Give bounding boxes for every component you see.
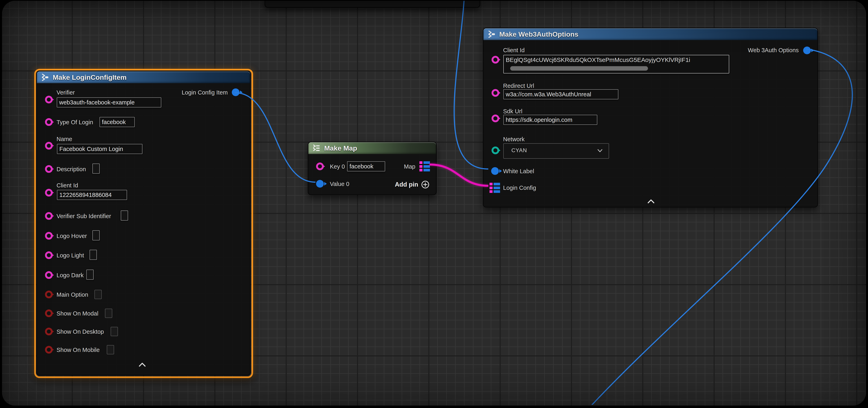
- pin-show-on-desktop[interactable]: [45, 328, 53, 335]
- output-label-web3auth-options: Web 3Auth Options: [748, 47, 799, 54]
- pin-redirect-url[interactable]: [492, 89, 499, 97]
- pin-show-on-modal[interactable]: [45, 309, 53, 317]
- label-show-on-mobile: Show On Mobile: [57, 347, 100, 353]
- label-name: Name: [57, 136, 72, 142]
- node-header[interactable]: Make LoginConfigItem: [37, 71, 250, 83]
- label-show-on-desktop: Show On Desktop: [57, 329, 104, 335]
- graph-canvas[interactable]: Make LoginConfigItem Login Config Item V…: [2, 1, 866, 406]
- label-client-id: Client Id: [503, 47, 525, 54]
- description-input[interactable]: [92, 164, 100, 174]
- pin-name[interactable]: [45, 142, 53, 149]
- label-client-id: Client Id: [57, 182, 78, 189]
- pin-map-out[interactable]: [420, 161, 430, 171]
- node-make-web3authoptions[interactable]: Make Web3AuthOptions Web 3Auth Options C…: [483, 28, 818, 207]
- network-selected-value: CYAN: [512, 147, 527, 154]
- pin-white-label[interactable]: [491, 167, 499, 175]
- sdk-url-input[interactable]: [503, 115, 597, 125]
- node-title: Make Web3AuthOptions: [499, 30, 578, 38]
- node-header[interactable]: Make Web3AuthOptions: [484, 28, 817, 40]
- add-pin-label: Add pin: [395, 181, 418, 188]
- pin-key-0[interactable]: [316, 163, 324, 170]
- add-pin-plus-icon: [421, 180, 430, 189]
- type-of-login-input[interactable]: [99, 117, 135, 127]
- pin-verifier-sub-identifier[interactable]: [45, 212, 53, 220]
- collapse-caret[interactable]: [647, 199, 655, 204]
- logo-light-input[interactable]: [90, 250, 97, 260]
- offscreen-node-top[interactable]: [265, 1, 480, 8]
- make-struct-icon: [487, 30, 496, 39]
- label-show-on-modal: Show On Modal: [57, 310, 98, 317]
- blueprint-editor-frame: Make LoginConfigItem Login Config Item V…: [0, 0, 868, 408]
- pin-description[interactable]: [45, 165, 53, 173]
- make-struct-icon: [40, 73, 50, 82]
- label-sdk-url: Sdk Url: [503, 108, 522, 115]
- logo-hover-input[interactable]: [92, 230, 100, 240]
- pin-network[interactable]: [492, 146, 499, 154]
- pin-client-id[interactable]: [492, 56, 499, 64]
- wire-map-to-loginconfig: [430, 165, 488, 186]
- label-key-0: Key 0: [330, 163, 345, 170]
- name-input[interactable]: [57, 144, 143, 154]
- pin-logo-hover[interactable]: [45, 232, 53, 240]
- label-value-0: Value 0: [330, 181, 349, 188]
- label-verifier-sub-identifier: Verifier Sub Identifier: [57, 213, 111, 219]
- client-id-text[interactable]: BEglQSgt4cUWcj6SKRdu5QkOXTsePmMcusG5EAoy…: [506, 57, 727, 65]
- label-logo-light: Logo Light: [57, 252, 84, 259]
- pin-verifier[interactable]: [45, 96, 53, 103]
- network-dropdown[interactable]: CYAN: [503, 143, 609, 159]
- make-map-icon: [312, 144, 321, 152]
- pin-login-config-item-out[interactable]: [232, 89, 240, 96]
- label-description: Description: [57, 166, 86, 173]
- client-id-scrollbar[interactable]: [510, 66, 648, 71]
- logo-dark-input[interactable]: [86, 270, 94, 280]
- pin-sdk-url[interactable]: [492, 114, 499, 122]
- add-pin-button[interactable]: Add pin: [395, 180, 430, 189]
- pin-login-config[interactable]: [490, 183, 500, 193]
- pin-web3auth-options-out[interactable]: [803, 46, 811, 54]
- collapse-caret[interactable]: [138, 362, 146, 367]
- pin-show-on-mobile[interactable]: [45, 346, 53, 353]
- pin-logo-dark[interactable]: [45, 271, 53, 279]
- node-make-loginconfigitem-selection: Make LoginConfigItem Login Config Item V…: [34, 69, 253, 378]
- pin-value-0[interactable]: [316, 180, 324, 188]
- node-make-map[interactable]: Make Map Key 0 Map Value 0 Add pin: [308, 142, 437, 195]
- label-type-of-login: Type Of Login: [57, 119, 93, 126]
- label-network: Network: [503, 136, 525, 143]
- pin-type-of-login[interactable]: [45, 118, 53, 126]
- label-main-option: Main Option: [57, 292, 88, 298]
- label-verifier: Verifier: [57, 89, 75, 96]
- output-label-map: Map: [404, 163, 415, 170]
- label-white-label: White Label: [503, 168, 534, 175]
- node-make-loginconfigitem[interactable]: Make LoginConfigItem Login Config Item V…: [36, 71, 251, 376]
- show-on-modal-checkbox[interactable]: [105, 309, 112, 318]
- node-title: Make LoginConfigItem: [53, 73, 127, 81]
- show-on-mobile-checkbox[interactable]: [107, 345, 114, 354]
- node-title: Make Map: [324, 144, 357, 152]
- verifier-input[interactable]: [57, 97, 161, 107]
- node-header[interactable]: Make Map: [308, 142, 436, 154]
- redirect-url-input[interactable]: [503, 89, 618, 99]
- label-login-config: Login Config: [503, 184, 536, 191]
- output-label-login-config-item: Login Config Item: [182, 89, 228, 96]
- chevron-down-icon: [597, 148, 603, 153]
- pin-client-id[interactable]: [45, 189, 53, 197]
- key-0-input[interactable]: [347, 161, 385, 171]
- client-id-box[interactable]: BEglQSgt4cUWcj6SKRdu5QkOXTsePmMcusG5EAoy…: [503, 55, 729, 73]
- label-logo-dark: Logo Dark: [57, 272, 84, 279]
- client-id-input[interactable]: [57, 190, 127, 200]
- pin-main-option[interactable]: [45, 291, 53, 298]
- show-on-desktop-checkbox[interactable]: [111, 327, 118, 336]
- label-redirect-url: Redirect Url: [503, 82, 534, 89]
- pin-logo-light[interactable]: [45, 251, 53, 259]
- verifier-sub-identifier-input[interactable]: [121, 210, 128, 220]
- label-logo-hover: Logo Hover: [57, 233, 87, 239]
- main-option-checkbox[interactable]: [94, 290, 102, 299]
